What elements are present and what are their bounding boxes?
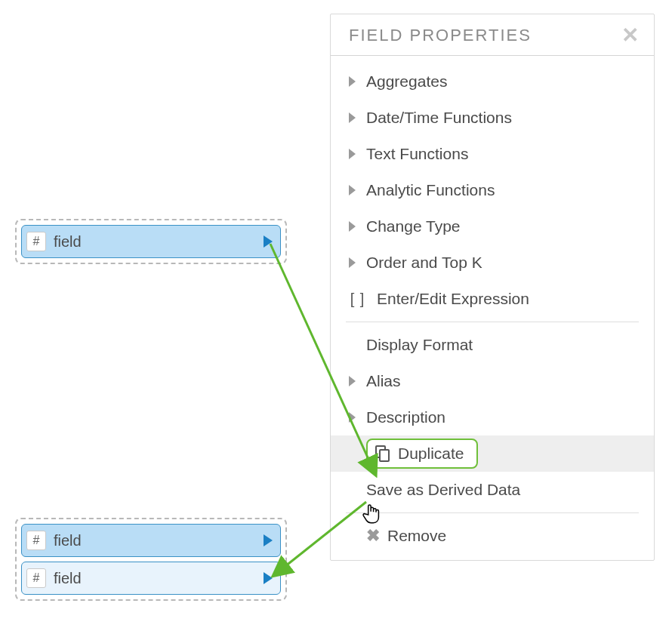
- menu-label: Date/Time Functions: [366, 109, 512, 127]
- type-icon-number: #: [26, 232, 46, 251]
- field-pill[interactable]: # field: [21, 524, 281, 557]
- field-properties-panel: FIELD PROPERTIES ✕ Aggregates Date/Time …: [330, 14, 655, 561]
- menu-item-description[interactable]: Description: [331, 399, 654, 435]
- field-pill[interactable]: # field: [21, 225, 281, 258]
- menu-label: Text Functions: [366, 145, 468, 163]
- panel-title: FIELD PROPERTIES: [349, 26, 532, 45]
- panel-header: FIELD PROPERTIES ✕: [331, 14, 654, 56]
- cursor-hand-icon: [362, 503, 381, 526]
- separator: [346, 322, 639, 322]
- menu-item-text-functions[interactable]: Text Functions: [331, 136, 654, 172]
- pill-caret-icon[interactable]: [264, 235, 273, 248]
- chevron-right-icon: [349, 221, 356, 232]
- pill-caret-icon[interactable]: [264, 572, 273, 584]
- menu-label: Enter/Edit Expression: [377, 290, 529, 308]
- menu-item-analytic-functions[interactable]: Analytic Functions: [331, 172, 654, 208]
- menu-item-date-time-functions[interactable]: Date/Time Functions: [331, 100, 654, 136]
- chevron-right-icon: [349, 257, 356, 268]
- chevron-right-icon: [349, 76, 356, 87]
- menu-item-edit-expression[interactable]: [ ] Enter/Edit Expression: [331, 281, 654, 317]
- menu-label: Analytic Functions: [366, 181, 495, 199]
- field-pill-label: field: [54, 233, 82, 251]
- field-pill-duplicate[interactable]: # field: [21, 562, 281, 595]
- duplicate-button[interactable]: Duplicate: [366, 439, 478, 469]
- menu-item-save-derived[interactable]: Save as Derived Data: [331, 472, 654, 508]
- pill-caret-icon[interactable]: [264, 534, 273, 546]
- menu-label: Duplicate: [398, 445, 464, 463]
- field-pill-label: field: [54, 532, 82, 549]
- chevron-right-icon: [349, 185, 356, 195]
- menu-label: Order and Top K: [366, 254, 482, 272]
- chevron-right-icon: [349, 112, 356, 123]
- menu-label: Change Type: [366, 217, 461, 235]
- menu-item-alias[interactable]: Alias: [331, 363, 654, 399]
- type-icon-number: #: [26, 568, 46, 588]
- field-shelf-before: # field: [15, 219, 287, 264]
- field-pill-label: field: [54, 570, 82, 587]
- menu-item-duplicate[interactable]: Duplicate: [331, 435, 654, 472]
- field-shelf-after: # field # field: [15, 518, 287, 601]
- menu-label: Description: [366, 408, 445, 426]
- chevron-right-icon: [349, 412, 356, 423]
- menu-label: Aggregates: [366, 72, 447, 91]
- menu-item-aggregates[interactable]: Aggregates: [331, 63, 654, 100]
- menu-label: Save as Derived Data: [366, 481, 520, 499]
- menu-item-change-type[interactable]: Change Type: [331, 208, 654, 245]
- panel-body: Aggregates Date/Time Functions Text Func…: [331, 56, 654, 560]
- menu-item-order-top-k[interactable]: Order and Top K: [331, 245, 654, 281]
- close-icon[interactable]: ✕: [621, 25, 639, 46]
- menu-label: Display Format: [366, 336, 473, 354]
- chevron-right-icon: [349, 376, 356, 386]
- separator: [346, 512, 639, 513]
- menu-label: Remove: [387, 527, 446, 545]
- brackets-icon: [ ]: [349, 291, 366, 308]
- type-icon-number: #: [26, 531, 46, 550]
- remove-icon: ✖: [366, 526, 380, 546]
- menu-item-display-format[interactable]: Display Format: [331, 327, 654, 363]
- menu-label: Alias: [366, 372, 401, 390]
- chevron-right-icon: [349, 149, 356, 159]
- copy-icon: [375, 445, 390, 462]
